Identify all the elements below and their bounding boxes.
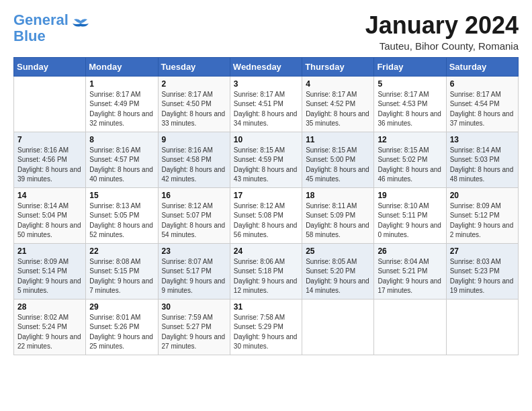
day-number: 18 [306,191,370,200]
calendar-cell: 25 Sunrise: 8:05 AMSunset: 5:20 PMDaylig… [302,243,374,299]
day-number: 15 [89,191,154,200]
day-number: 31 [234,302,298,312]
calendar-week-row: 1 Sunrise: 8:17 AMSunset: 4:49 PMDayligh… [14,76,519,132]
day-number: 4 [306,79,370,89]
calendar-cell: 9 Sunrise: 8:16 AMSunset: 4:58 PMDayligh… [158,132,230,187]
calendar-week-row: 7 Sunrise: 8:16 AMSunset: 4:56 PMDayligh… [14,132,519,187]
calendar-cell: 24 Sunrise: 8:06 AMSunset: 5:18 PMDaylig… [230,243,302,299]
day-info: Sunrise: 8:16 AMSunset: 4:56 PMDaylight:… [17,146,81,183]
calendar-cell: 6 Sunrise: 8:17 AMSunset: 4:54 PMDayligh… [446,76,518,132]
logo: GeneralBlue [13,12,90,44]
col-thursday: Thursday [302,57,374,76]
calendar-header-row: Sunday Monday Tuesday Wednesday Thursday… [14,57,519,76]
calendar-cell: 1 Sunrise: 8:17 AMSunset: 4:49 PMDayligh… [86,76,158,132]
day-number: 26 [378,246,442,256]
calendar-cell: 31 Sunrise: 7:58 AMSunset: 5:29 PMDaylig… [230,299,302,355]
day-number: 17 [234,191,298,200]
col-tuesday: Tuesday [158,57,230,76]
day-info: Sunrise: 8:15 AMSunset: 5:02 PMDaylight:… [378,146,441,183]
calendar-cell: 17 Sunrise: 8:12 AMSunset: 5:08 PMDaylig… [230,187,302,243]
calendar-cell: 11 Sunrise: 8:15 AMSunset: 5:00 PMDaylig… [302,132,374,187]
calendar-cell: 26 Sunrise: 8:04 AMSunset: 5:21 PMDaylig… [374,243,446,299]
day-number: 14 [17,191,82,200]
day-number: 25 [306,246,370,256]
day-info: Sunrise: 8:14 AMSunset: 5:03 PMDaylight:… [450,146,514,183]
calendar-cell [374,299,446,355]
calendar-week-row: 28 Sunrise: 8:02 AMSunset: 5:24 PMDaylig… [14,299,519,355]
calendar-cell: 3 Sunrise: 8:17 AMSunset: 4:51 PMDayligh… [230,76,302,132]
day-info: Sunrise: 8:03 AMSunset: 5:23 PMDaylight:… [450,258,514,295]
logo-bird-icon [71,18,90,33]
calendar-cell: 13 Sunrise: 8:14 AMSunset: 5:03 PMDaylig… [446,132,518,187]
day-info: Sunrise: 8:17 AMSunset: 4:53 PMDaylight:… [378,91,441,128]
calendar-cell: 23 Sunrise: 8:07 AMSunset: 5:17 PMDaylig… [158,243,230,299]
day-number: 28 [17,302,82,312]
day-info: Sunrise: 8:09 AMSunset: 5:12 PMDaylight:… [450,202,514,239]
calendar-cell [14,76,86,132]
day-info: Sunrise: 8:04 AMSunset: 5:21 PMDaylight:… [378,258,441,295]
day-info: Sunrise: 8:07 AMSunset: 5:17 PMDaylight:… [162,258,226,295]
title-area: January 2024 Tauteu, Bihor County, Roman… [365,12,519,52]
day-info: Sunrise: 8:05 AMSunset: 5:20 PMDaylight:… [306,258,369,295]
day-info: Sunrise: 8:17 AMSunset: 4:54 PMDaylight:… [450,91,514,128]
day-number: 6 [450,79,515,89]
day-info: Sunrise: 8:16 AMSunset: 4:58 PMDaylight:… [162,146,226,183]
day-info: Sunrise: 8:16 AMSunset: 4:57 PMDaylight:… [89,146,153,183]
logo-blue: Blue [13,28,46,44]
month-title: January 2024 [365,12,519,39]
day-info: Sunrise: 7:58 AMSunset: 5:29 PMDaylight:… [234,314,298,351]
header: GeneralBlue January 2024 Tauteu, Bihor C… [13,12,519,52]
day-info: Sunrise: 8:12 AMSunset: 5:07 PMDaylight:… [162,202,226,239]
day-info: Sunrise: 8:17 AMSunset: 4:52 PMDaylight:… [306,91,369,128]
day-number: 29 [89,302,154,312]
day-info: Sunrise: 8:14 AMSunset: 5:04 PMDaylight:… [17,202,81,239]
calendar-cell: 30 Sunrise: 7:59 AMSunset: 5:27 PMDaylig… [158,299,230,355]
day-number: 3 [234,79,298,89]
calendar-cell: 22 Sunrise: 8:08 AMSunset: 5:15 PMDaylig… [86,243,158,299]
calendar-cell: 12 Sunrise: 8:15 AMSunset: 5:02 PMDaylig… [374,132,446,187]
calendar-cell: 21 Sunrise: 8:09 AMSunset: 5:14 PMDaylig… [14,243,86,299]
day-number: 23 [162,246,226,256]
day-number: 20 [450,191,515,200]
calendar-cell: 2 Sunrise: 8:17 AMSunset: 4:50 PMDayligh… [158,76,230,132]
calendar-cell: 28 Sunrise: 8:02 AMSunset: 5:24 PMDaylig… [14,299,86,355]
calendar-cell: 14 Sunrise: 8:14 AMSunset: 5:04 PMDaylig… [14,187,86,243]
day-number: 7 [17,135,82,144]
col-friday: Friday [374,57,446,76]
day-info: Sunrise: 8:17 AMSunset: 4:50 PMDaylight:… [162,91,226,128]
calendar-cell: 18 Sunrise: 8:11 AMSunset: 5:09 PMDaylig… [302,187,374,243]
day-number: 13 [450,135,515,144]
day-number: 19 [378,191,442,200]
location: Tauteu, Bihor County, Romania [365,40,519,52]
calendar-cell: 19 Sunrise: 8:10 AMSunset: 5:11 PMDaylig… [374,187,446,243]
day-info: Sunrise: 8:17 AMSunset: 4:49 PMDaylight:… [89,91,153,128]
calendar-cell: 5 Sunrise: 8:17 AMSunset: 4:53 PMDayligh… [374,76,446,132]
calendar-cell: 10 Sunrise: 8:15 AMSunset: 4:59 PMDaylig… [230,132,302,187]
calendar-table: Sunday Monday Tuesday Wednesday Thursday… [13,57,519,355]
day-number: 22 [89,246,154,256]
day-info: Sunrise: 8:12 AMSunset: 5:08 PMDaylight:… [234,202,298,239]
col-saturday: Saturday [446,57,518,76]
day-number: 12 [378,135,442,144]
day-number: 30 [162,302,226,312]
calendar-cell [302,299,374,355]
logo-general: General [13,11,69,28]
day-info: Sunrise: 8:17 AMSunset: 4:51 PMDaylight:… [234,91,298,128]
col-sunday: Sunday [14,57,86,76]
day-number: 2 [162,79,226,89]
col-wednesday: Wednesday [230,57,302,76]
day-info: Sunrise: 8:02 AMSunset: 5:24 PMDaylight:… [17,314,81,351]
day-info: Sunrise: 8:06 AMSunset: 5:18 PMDaylight:… [234,258,298,295]
day-info: Sunrise: 8:10 AMSunset: 5:11 PMDaylight:… [378,202,441,239]
page: GeneralBlue January 2024 Tauteu, Bihor C… [0,0,532,362]
calendar-cell: 29 Sunrise: 8:01 AMSunset: 5:26 PMDaylig… [86,299,158,355]
calendar-cell: 4 Sunrise: 8:17 AMSunset: 4:52 PMDayligh… [302,76,374,132]
day-info: Sunrise: 8:09 AMSunset: 5:14 PMDaylight:… [17,258,81,295]
day-number: 10 [234,135,298,144]
day-info: Sunrise: 7:59 AMSunset: 5:27 PMDaylight:… [162,314,226,351]
calendar-cell: 15 Sunrise: 8:13 AMSunset: 5:05 PMDaylig… [86,187,158,243]
day-number: 5 [378,79,442,89]
calendar-cell: 7 Sunrise: 8:16 AMSunset: 4:56 PMDayligh… [14,132,86,187]
calendar-week-row: 14 Sunrise: 8:14 AMSunset: 5:04 PMDaylig… [14,187,519,243]
day-info: Sunrise: 8:01 AMSunset: 5:26 PMDaylight:… [89,314,153,351]
